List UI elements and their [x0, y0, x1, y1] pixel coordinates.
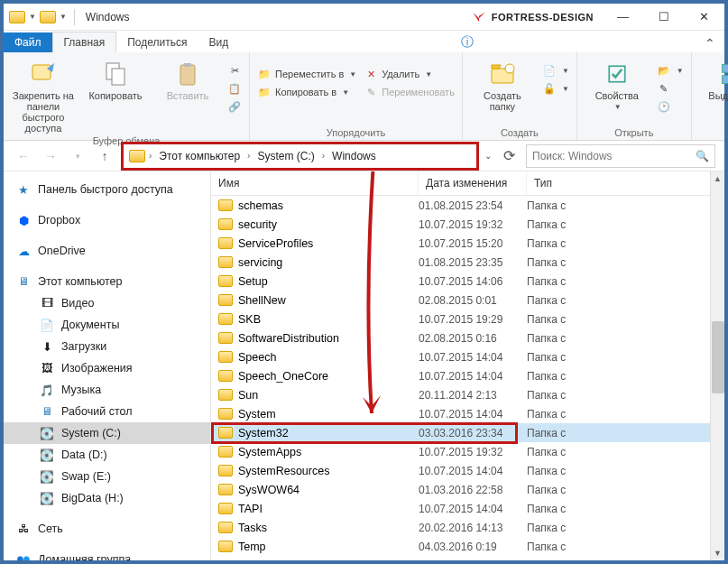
file-list-pane: Имя Дата изменения Тип schemas01.08.2015… [211, 171, 724, 560]
close-button[interactable]: ✕ [684, 4, 724, 31]
copy-button[interactable]: Копировать [83, 56, 148, 101]
table-row[interactable]: System3203.03.2016 23:34Папка с [211, 423, 724, 442]
sidebar-dropbox[interactable]: ⬢Dropbox [4, 209, 210, 231]
sidebar-desktop[interactable]: 🖥Рабочий стол [4, 401, 210, 422]
sidebar-downloads[interactable]: ⬇Загрузки [4, 336, 210, 357]
move-to-button[interactable]: 📁Переместить в▼ [257, 65, 356, 83]
breadcrumb[interactable]: › Этот компьютер › System (C:) › Windows [121, 142, 479, 171]
new-folder-button[interactable]: Создать папку [470, 56, 535, 112]
qat-dropdown2-icon[interactable]: ▼ [60, 13, 67, 21]
shortcut-icon: 🔗 [227, 99, 242, 114]
column-name[interactable]: Имя [211, 171, 419, 195]
open-button[interactable]: 📂▼ [657, 61, 684, 79]
sidebar-network[interactable]: 🖧Сеть [4, 518, 210, 540]
sidebar-homegroup[interactable]: 👥Домашняя группа [4, 549, 210, 560]
edit-button[interactable]: ✎ [657, 79, 684, 97]
address-dropdown[interactable]: ⌄ [479, 151, 497, 161]
scroll-up-button[interactable]: ▲ [711, 171, 725, 186]
table-row[interactable]: Sun20.11.2014 2:13Папка с [211, 385, 724, 404]
tab-view[interactable]: Вид [198, 32, 239, 52]
search-input[interactable]: Поиск: Windows 🔍 [526, 144, 715, 168]
table-row[interactable]: SystemResources10.07.2015 14:04Папка с [211, 461, 724, 480]
select-all-button[interactable]: Выделить ▼ [699, 56, 728, 111]
ribbon-help-icon[interactable]: ⓘ [452, 32, 483, 52]
navigation-pane[interactable]: ★Панель быстрого доступа ⬢Dropbox ☁OneDr… [4, 171, 211, 560]
table-row[interactable]: ServiceProfiles10.07.2015 15:20Папка с [211, 234, 724, 253]
file-type: Папка с [527, 351, 724, 364]
file-name: Setup [238, 275, 268, 288]
table-row[interactable]: security10.07.2015 19:32Папка с [211, 215, 724, 234]
forward-button[interactable]: → [40, 145, 61, 167]
crumb-folder[interactable]: Windows [328, 148, 380, 164]
paste-button[interactable]: Вставить [155, 56, 220, 101]
onedrive-icon: ☁ [16, 244, 31, 258]
maximize-button[interactable]: ☐ [643, 4, 684, 31]
sidebar-music[interactable]: 🎵Музыка [4, 379, 210, 401]
table-row[interactable]: TAPI10.07.2015 14:04Папка с [211, 499, 724, 518]
table-row[interactable]: Setup10.07.2015 14:06Папка с [211, 272, 724, 291]
easy-access-button[interactable]: 🔓▼ [542, 79, 569, 97]
qat-folder-icon[interactable] [40, 11, 56, 23]
column-date[interactable]: Дата изменения [419, 171, 527, 195]
table-row[interactable]: SKB10.07.2015 19:29Папка с [211, 310, 724, 328]
vertical-scrollbar[interactable]: ▲ ▼ [710, 171, 724, 560]
table-row[interactable]: Temp04.03.2016 0:19Папка с [211, 537, 724, 556]
ribbon-collapse-icon[interactable]: ⌃ [696, 34, 724, 52]
sidebar-swap-e[interactable]: 💽Swap (E:) [4, 466, 210, 487]
sidebar-this-pc[interactable]: 🖥Этот компьютер [4, 271, 210, 292]
file-list[interactable]: schemas01.08.2015 23:54Папка сsecurity10… [211, 196, 724, 560]
paste-shortcut-button[interactable]: 🔗 [227, 97, 242, 116]
table-row[interactable]: SoftwareDistribution02.08.2015 0:16Папка… [211, 328, 724, 347]
svg-rect-3 [180, 65, 195, 85]
table-row[interactable]: servicing01.08.2015 23:35Папка с [211, 253, 724, 272]
sidebar-onedrive[interactable]: ☁OneDrive [4, 240, 210, 262]
table-row[interactable]: Speech_OneCore10.07.2015 14:04Папка с [211, 366, 724, 385]
copy-path-button[interactable]: 📋 [227, 79, 242, 97]
sidebar-videos[interactable]: 🎞Видео [4, 292, 210, 314]
sidebar-item-label: Загрузки [61, 340, 106, 353]
recent-dropdown[interactable]: ▾ [67, 145, 88, 167]
sidebar-item-label: Документы [61, 319, 119, 331]
refresh-button[interactable]: ⟳ [497, 144, 521, 168]
up-button[interactable]: ↑ [94, 145, 115, 167]
video-icon: 🎞 [40, 296, 54, 310]
tab-file[interactable]: Файл [4, 32, 52, 52]
pin-button[interactable]: Закрепить на панели быстрого доступа [11, 56, 76, 134]
table-row[interactable]: SysWOW6401.03.2016 22:58Папка с [211, 480, 724, 499]
sidebar-pictures[interactable]: 🖼Изображения [4, 357, 210, 379]
delete-button[interactable]: ✕Удалить▼ [364, 65, 455, 83]
rename-button[interactable]: ✎Переименовать [364, 83, 455, 101]
minimize-button[interactable]: — [603, 4, 643, 31]
properties-button[interactable]: Свойства ▼ [585, 56, 650, 111]
scroll-thumb[interactable] [712, 321, 724, 393]
table-row[interactable]: ShellNew02.08.2015 0:01Папка с [211, 291, 724, 310]
table-row[interactable]: SystemApps10.07.2015 19:32Папка с [211, 442, 724, 461]
sidebar-quick-access[interactable]: ★Панель быстрого доступа [4, 179, 210, 200]
sidebar-bigdata-h[interactable]: 💽BigData (H:) [4, 487, 210, 509]
sidebar-data-d[interactable]: 💽Data (D:) [4, 444, 210, 466]
move-label: Переместить в [275, 69, 344, 79]
history-button[interactable]: 🕑 [657, 97, 684, 116]
crumb-drive[interactable]: System (C:) [253, 148, 318, 164]
crumb-this-pc[interactable]: Этот компьютер [155, 148, 244, 164]
sidebar-system-c[interactable]: 💽System (C:) [4, 422, 210, 444]
file-name: servicing [238, 256, 282, 269]
back-button[interactable]: ← [13, 145, 34, 167]
new-item-button[interactable]: 📄▼ [542, 61, 569, 79]
cut-button[interactable]: ✂ [227, 61, 242, 79]
history-icon: 🕑 [657, 99, 671, 114]
tab-share[interactable]: Поделиться [116, 32, 198, 52]
table-row[interactable]: schemas01.08.2015 23:54Папка с [211, 196, 724, 215]
table-row[interactable]: System10.07.2015 14:04Папка с [211, 404, 724, 423]
column-type[interactable]: Тип [527, 171, 724, 195]
sidebar-documents[interactable]: 📄Документы [4, 314, 210, 336]
copy-icon [101, 60, 130, 88]
qat-dropdown-icon[interactable]: ▼ [29, 13, 36, 21]
tab-home[interactable]: Главная [52, 32, 117, 52]
copy-to-button[interactable]: 📁Копировать в▼ [257, 83, 356, 101]
scroll-down-button[interactable]: ▼ [711, 546, 725, 560]
table-row[interactable]: Tasks20.02.2016 14:13Папка с [211, 518, 724, 537]
table-row[interactable]: Speech10.07.2015 14:04Папка с [211, 347, 724, 366]
column-headers[interactable]: Имя Дата изменения Тип [211, 171, 724, 196]
file-type: Папка с [527, 332, 724, 345]
